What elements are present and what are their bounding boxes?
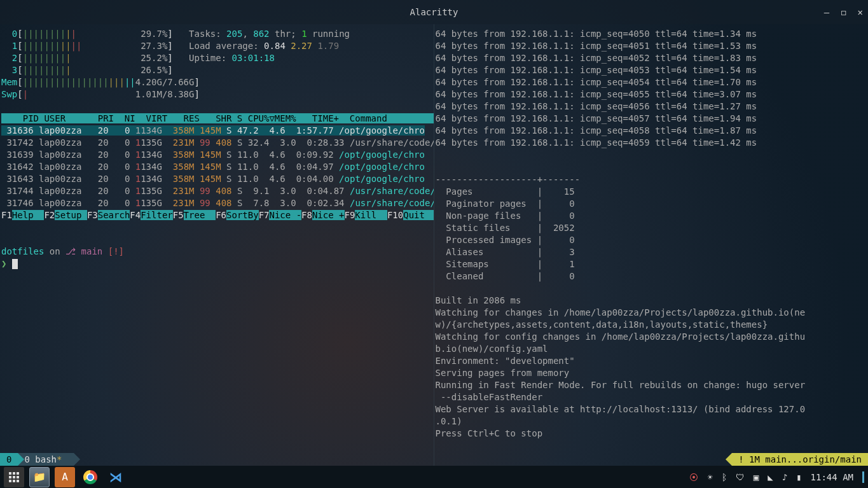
brightness-icon[interactable]: ☀ [707, 472, 712, 482]
file-manager-icon[interactable]: 📁 [29, 467, 50, 487]
pane-right[interactable]: 64 bytes from 192.168.1.1: icmp_seq=4050… [434, 24, 869, 466]
app-launcher-icon[interactable] [4, 467, 24, 487]
vscode-icon[interactable]: ⋊ [106, 467, 126, 487]
clock[interactable]: 11:44 AM [811, 472, 853, 482]
window-title: Alacritty [410, 7, 458, 17]
pane-ping: 64 bytes from 192.168.1.1: icmp_seq=4050… [436, 28, 867, 149]
alacritty-icon[interactable]: A [55, 467, 75, 487]
update-icon[interactable]: ▣ [754, 472, 759, 482]
tmux-session[interactable]: 0 [0, 453, 18, 466]
music-icon[interactable]: ♪ [782, 472, 787, 482]
window-titlebar: Alacritty — ◻ ✕ [0, 0, 868, 24]
minimize-icon[interactable]: — [824, 7, 829, 17]
terminal-grid[interactable]: 0[|||||||||| 29.7%] Tasks: 205, 862 thr;… [0, 24, 868, 466]
system-tray: ⦿ ☀ ᛒ 🛡 ▣ ◣ ♪ ▮ 11:44 AM [689, 471, 864, 483]
pane-htop[interactable]: 0[|||||||||| 29.7%] Tasks: 205, 862 thr;… [0, 24, 434, 466]
tmux-git-status: ! 1M main...origin/main [732, 453, 868, 466]
chrome-icon[interactable] [80, 467, 100, 487]
tmux-window[interactable]: 0 bash* [18, 453, 73, 466]
location-icon[interactable]: ⦿ [689, 472, 698, 482]
shield-icon[interactable]: 🛡 [736, 472, 745, 482]
pane-hugo: -------------------+------- Pages | 15 P… [436, 162, 867, 440]
wifi-icon[interactable]: ◣ [768, 472, 773, 482]
tray-toggle-icon[interactable] [862, 471, 864, 483]
taskbar[interactable]: 📁 A ⋊ ⦿ ☀ ᛒ 🛡 ▣ ◣ ♪ ▮ 11:44 AM [0, 466, 868, 488]
tmux-status-bar: 0 0 bash* ! 1M main...origin/main [0, 453, 868, 466]
bluetooth-icon[interactable]: ᛒ [722, 472, 727, 482]
maximize-icon[interactable]: ◻ [841, 7, 846, 17]
close-icon[interactable]: ✕ [858, 7, 863, 17]
battery-icon[interactable]: ▮ [796, 472, 801, 482]
